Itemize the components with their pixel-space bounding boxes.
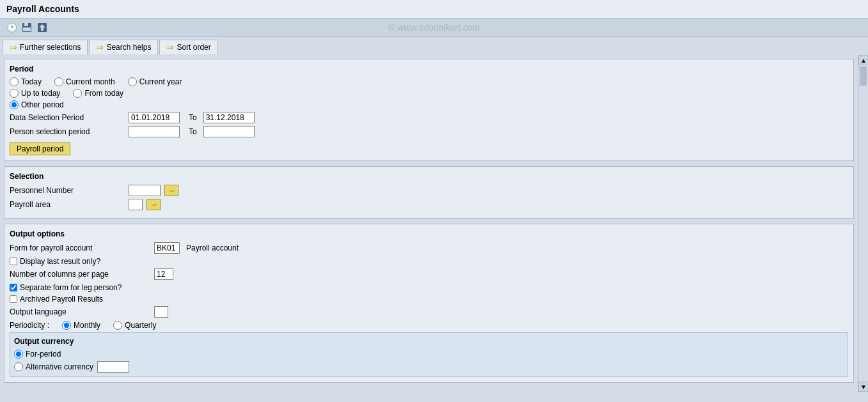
export-icon[interactable] (36, 21, 49, 34)
payroll-area-select-btn[interactable]: ⇒ (146, 199, 161, 210)
tab-arrow-further: ⇒ (10, 42, 17, 52)
radio-for-period-label: For-period (26, 350, 61, 359)
radio-other-period[interactable]: Other period (10, 100, 64, 109)
radio-for-period[interactable]: For-period (14, 350, 844, 359)
svg-rect-1 (24, 23, 28, 26)
radio-current-year[interactable]: Current year (128, 77, 182, 86)
scrollbar-right: ▲ ▼ (858, 55, 868, 392)
payroll-area-label: Payroll area (10, 200, 125, 209)
radio-current-month-label: Current month (66, 77, 115, 86)
radio-current-year-input[interactable] (128, 77, 137, 86)
radio-from-today-input[interactable] (73, 89, 82, 98)
archived-payroll-checkbox[interactable] (10, 295, 17, 303)
form-payroll-input[interactable] (154, 242, 180, 254)
radio-current-year-label: Current year (139, 77, 182, 86)
payroll-area-input[interactable] (129, 199, 143, 210)
person-selection-from-input[interactable] (129, 126, 180, 137)
output-language-input[interactable] (154, 306, 168, 318)
tab-arrow-sort: ⇒ (166, 42, 174, 52)
radio-from-today[interactable]: From today (73, 89, 123, 98)
alternative-currency-input[interactable] (97, 361, 129, 373)
radio-alternative-currency[interactable]: Alternative currency (14, 362, 93, 371)
tab-label-search: Search helps (106, 43, 151, 52)
tab-further-selections[interactable]: ⇒ Further selections (3, 40, 88, 55)
tab-arrow-search: ⇒ (96, 42, 104, 52)
person-selection-period-row: Person selection period To (10, 126, 848, 137)
period-title: Period (10, 65, 848, 73)
form-payroll-label: Form for payroll account (10, 244, 150, 252)
tab-label-sort: Sort order (177, 43, 210, 52)
scroll-thumb[interactable] (860, 66, 867, 86)
display-last-result-checkbox[interactable] (10, 258, 17, 265)
save-icon[interactable] (20, 21, 33, 34)
selection-section: Selection Personnel Number ⇒ Payroll are… (4, 166, 854, 219)
payroll-period-button[interactable]: Payroll period (10, 143, 70, 155)
data-selection-to-label: To (189, 113, 197, 122)
scroll-down-arrow[interactable]: ▼ (858, 382, 868, 392)
radio-quarterly[interactable]: Quarterly (113, 321, 156, 330)
radio-alternative-input[interactable] (14, 362, 23, 371)
output-options-title: Output options (10, 229, 848, 238)
output-options-section: Output options Form for payroll account … (4, 224, 854, 383)
radio-today[interactable]: Today (10, 77, 42, 86)
display-last-result-label[interactable]: Display last result only? (10, 257, 848, 266)
personnel-number-input[interactable] (129, 185, 161, 196)
person-selection-to-input[interactable] (203, 126, 255, 137)
radio-quarterly-label: Quarterly (125, 321, 156, 330)
columns-per-page-row: Number of columns per page (10, 268, 848, 280)
radio-current-month[interactable]: Current month (54, 77, 115, 86)
svg-rect-2 (23, 27, 31, 31)
period-section: Period Today Current month Current year (4, 59, 854, 161)
content-area: Period Today Current month Current year (0, 55, 858, 392)
display-last-result-text: Display last result only? (20, 257, 100, 266)
scroll-up-arrow[interactable]: ▲ (858, 55, 868, 65)
personnel-number-select-btn[interactable]: ⇒ (164, 185, 178, 196)
tab-bar: ⇒ Further selections ⇒ Search helps ⇒ So… (0, 37, 868, 55)
separate-form-checkbox[interactable] (10, 284, 17, 291)
person-selection-to-label: To (189, 127, 197, 136)
radio-up-to-today-label: Up to today (21, 89, 60, 98)
title-text: Payroll Accounts (6, 4, 79, 14)
output-language-row: Output language (10, 306, 848, 318)
radio-up-to-today[interactable]: Up to today (10, 89, 60, 98)
radio-other-period-label: Other period (21, 100, 64, 109)
radio-today-input[interactable] (10, 77, 19, 86)
radio-for-period-input[interactable] (14, 350, 23, 359)
radio-from-today-label: From today (84, 89, 123, 98)
radio-monthly[interactable]: Monthly (62, 321, 100, 330)
clock-icon[interactable]: 🕐 (5, 21, 18, 34)
select-arrow-icon: ⇒ (169, 187, 175, 195)
watermark: © www.tutorialkart.com (388, 22, 480, 33)
radio-current-month-input[interactable] (54, 77, 63, 86)
selection-title: Selection (10, 172, 848, 181)
radio-monthly-input[interactable] (62, 321, 71, 330)
period-other-row: Other period (10, 100, 848, 109)
select-arrow-icon-2: ⇒ (151, 201, 157, 209)
periodicity-label: Periodicity : (10, 321, 49, 330)
radio-other-period-input[interactable] (10, 100, 19, 109)
data-selection-to-input[interactable] (203, 112, 255, 123)
output-currency-title: Output currency (14, 337, 844, 346)
payroll-area-row: Payroll area ⇒ (10, 199, 848, 210)
main-wrapper: Period Today Current month Current year (0, 55, 868, 392)
tab-sort-order[interactable]: ⇒ Sort order (159, 40, 217, 55)
radio-quarterly-input[interactable] (113, 321, 122, 330)
tab-search-helps[interactable]: ⇒ Search helps (89, 40, 158, 55)
form-payroll-row: Form for payroll account Payroll account (10, 242, 848, 254)
personnel-number-label: Personnel Number (10, 186, 125, 195)
period-options-row2: Up to today From today (10, 89, 848, 98)
personnel-number-row: Personnel Number ⇒ (10, 185, 848, 196)
person-selection-label: Person selection period (10, 127, 125, 136)
radio-up-to-today-input[interactable] (10, 89, 19, 98)
page-title: Payroll Accounts (0, 0, 868, 19)
archived-payroll-label[interactable]: Archived Payroll Results (10, 295, 848, 304)
form-payroll-desc: Payroll account (186, 244, 239, 252)
periodicity-row: Periodicity : Monthly Quarterly (10, 321, 848, 330)
period-options-row1: Today Current month Current year (10, 77, 848, 86)
columns-per-page-input[interactable] (154, 268, 173, 280)
scroll-track (858, 65, 868, 382)
data-selection-label: Data Selection Period (10, 113, 125, 122)
radio-today-label: Today (21, 77, 42, 86)
data-selection-from-input[interactable] (129, 112, 180, 123)
separate-form-label[interactable]: Separate form for leg.person? (10, 283, 848, 292)
